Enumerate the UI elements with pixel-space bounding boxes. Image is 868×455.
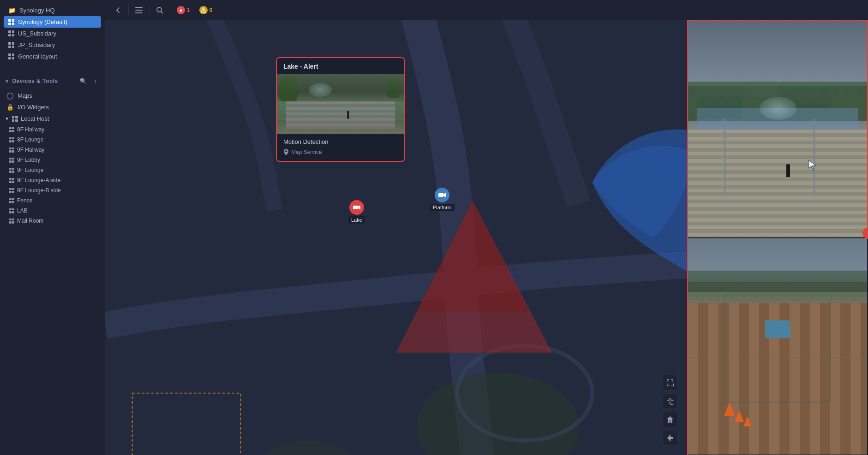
back-button[interactable]	[110, 2, 126, 18]
grid-icon	[8, 19, 14, 25]
search-icon[interactable]: 🔍	[79, 77, 88, 86]
sidebar-item-us-subsidiary[interactable]: US_Subsidary	[4, 28, 101, 39]
sidebar-item-synology-default[interactable]: Synology (Default)	[4, 16, 101, 28]
map-back-btn[interactable]	[662, 430, 678, 446]
menu-button[interactable]	[131, 2, 147, 18]
lake-camera-label: Lake	[348, 216, 365, 224]
tree-item-9f-lobby[interactable]: 9F Lobby	[0, 155, 105, 165]
tree-item-label: 9F Hallway	[17, 147, 44, 153]
camera-feed-top	[688, 20, 868, 238]
room-icon	[9, 208, 14, 213]
sidebar-tools-maps[interactable]: ◯ Maps	[0, 89, 105, 101]
tree-item-fence[interactable]: Fence	[0, 195, 105, 206]
tree-item-9f-lounge-b[interactable]: 9F Lounge-B side	[0, 185, 105, 195]
map-controls	[662, 375, 678, 446]
tree-item-label: LAB	[17, 207, 28, 214]
sidebar-item-label: Synology (Default)	[18, 18, 67, 25]
alert-dot-yellow: ⚠	[199, 6, 208, 14]
topbar-divider-3	[170, 5, 170, 16]
tree-item-8f-lounge[interactable]: 8F Lounge	[0, 135, 105, 145]
tree-item-label: 9F Lounge	[17, 167, 43, 173]
lake-camera[interactable]: Lake	[348, 200, 365, 224]
tree-item-label: 9F Lounge-B side	[17, 187, 61, 194]
alert-location: Map Service	[283, 149, 398, 155]
fountain	[309, 83, 332, 97]
tree-item-9f-lounge-a[interactable]: 9F Lounge-A side	[0, 175, 105, 185]
sidebar-item-jp-subsidiary[interactable]: JP_Subsidary	[4, 39, 101, 51]
svg-rect-13	[438, 193, 443, 197]
map-shrink-btn[interactable]	[662, 393, 678, 409]
sidebar-item-label: US_Subsidary	[18, 30, 56, 37]
alert-badge-red[interactable]: ● 1	[172, 4, 195, 16]
fountain-highlight	[760, 97, 796, 120]
sidebar-scroll: ◯ Maps 🔒 I/O Widgets ▼ Local Host	[0, 89, 105, 455]
rail-bar-1	[688, 299, 867, 300]
sidebar: 📁 Synology HQ Synology (Default)	[0, 0, 105, 455]
alert-popup-body: Motion Detection Map Service	[277, 134, 404, 161]
local-host-icon	[12, 116, 18, 122]
warning-count: 0	[210, 7, 213, 13]
top-feed-scene	[688, 21, 867, 237]
tree-item-label: 9F Lounge-A side	[17, 177, 60, 183]
lake-camera-dot[interactable]	[349, 200, 364, 215]
cone-3	[743, 416, 752, 426]
local-host-tree[interactable]: ▼ Local Host	[0, 113, 105, 124]
tree-item-lab[interactable]: LAB	[0, 206, 105, 216]
tree-item-label: Fence	[17, 197, 32, 204]
map-expand-btn[interactable]	[662, 375, 678, 390]
maps-icon: ◯	[6, 92, 14, 99]
alert-event: Motion Detection	[283, 138, 398, 145]
topbar-divider-2	[149, 5, 150, 16]
room-icon	[9, 219, 14, 224]
video-camera-icon	[353, 205, 360, 210]
maps-label: Maps	[18, 92, 32, 99]
light-post-1	[724, 118, 725, 194]
section-header-icons: 🔍 ↕	[79, 77, 100, 86]
fence-structure	[724, 295, 832, 403]
room-icon	[9, 148, 14, 153]
room-icon	[9, 178, 14, 183]
platform-camera-dot[interactable]	[435, 188, 449, 202]
tree-item-label: 9F Lobby	[17, 157, 40, 163]
tree-item-8f-hallway[interactable]: 8F Hallway	[0, 124, 105, 135]
sidebar-item-general-layout[interactable]: General layout	[4, 51, 101, 62]
scene-person	[347, 111, 349, 119]
topbar-divider-1	[128, 5, 129, 16]
sidebar-item-synology-hq[interactable]: 📁 Synology HQ	[4, 5, 101, 16]
local-host-label: Local Host	[21, 115, 49, 122]
right-panel	[687, 20, 868, 455]
svg-point-3	[157, 7, 162, 12]
room-icon	[9, 188, 14, 193]
alert-badge-yellow[interactable]: ⚠ 0	[195, 4, 217, 16]
sidebar-item-label: Synology HQ	[19, 7, 55, 14]
tree-left	[279, 76, 298, 101]
alert-dot-red: ●	[177, 6, 185, 14]
tree-item-9f-hallway[interactable]: 9F Hallway	[0, 145, 105, 155]
tree-item-mail-room[interactable]: Mail Room	[0, 216, 105, 226]
tree-right	[387, 78, 401, 98]
chevron-down-icon: ▼	[5, 116, 9, 121]
scene-steps	[286, 101, 395, 129]
tree-item-label: Mail Room	[17, 218, 43, 224]
room-icon	[9, 158, 14, 163]
topbar: ● 1 ⚠ 0	[105, 0, 868, 20]
search-button[interactable]	[151, 2, 168, 18]
platform-camera[interactable]: Platform	[430, 188, 455, 211]
svg-rect-12	[353, 206, 358, 209]
room-icon	[9, 127, 14, 132]
map-area[interactable]: Lane Lake - Alert	[105, 20, 687, 455]
alert-popup-header: Lake - Alert	[277, 58, 404, 74]
location-text: Map Service	[291, 149, 322, 155]
map-home-btn[interactable]	[662, 412, 678, 427]
tree-item-9f-lounge[interactable]: 9F Lounge	[0, 165, 105, 175]
io-widgets-icon: 🔒	[6, 104, 14, 111]
sort-icon[interactable]: ↕	[91, 77, 100, 86]
section-label: Devices & Tools	[12, 78, 58, 84]
sidebar-tools-io-widgets[interactable]: 🔒 I/O Widgets	[0, 101, 105, 113]
tree-item-label: 8F Hallway	[17, 126, 44, 133]
cone-1	[724, 402, 735, 416]
light-post-2	[814, 118, 815, 194]
sidebar-item-label: JP_Subsidary	[18, 41, 55, 48]
platform-camera-label: Platform	[430, 204, 455, 211]
steps-ground	[688, 130, 867, 238]
